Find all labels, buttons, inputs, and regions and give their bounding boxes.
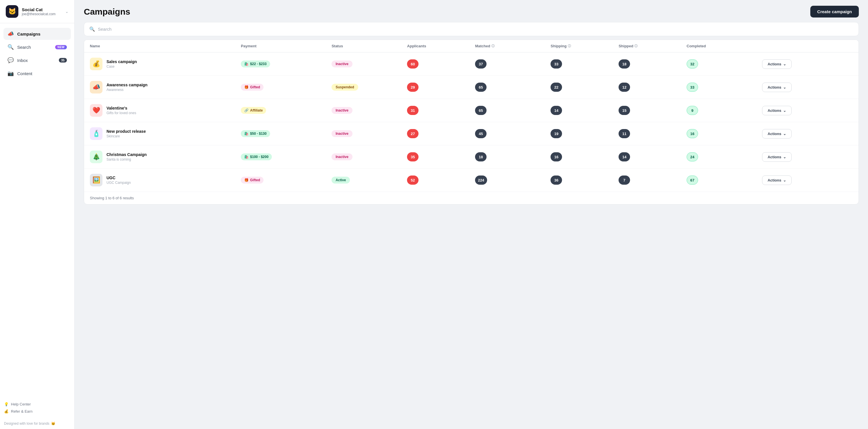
sidebar-item-label: Search [17, 45, 52, 50]
matched-count: 37 [475, 59, 487, 69]
applicants-count: 35 [407, 152, 418, 161]
completed-cell: 9 [687, 106, 762, 115]
new-badge: NEW [55, 45, 67, 49]
shipping-cell: 33 [551, 59, 619, 69]
search-input[interactable] [98, 27, 854, 32]
main-content: Campaigns Create campaign 🔍 Name Payment… [74, 0, 868, 429]
actions-button[interactable]: Actions ⌄ [762, 59, 792, 69]
actions-cell: Actions ⌄ [762, 152, 853, 162]
inbox-icon: 💬 [7, 57, 14, 63]
col-completed: Completed [687, 44, 762, 48]
completed-cell: 67 [687, 175, 762, 185]
actions-label: Actions [768, 178, 781, 183]
campaign-icon: 🎄 [90, 151, 102, 163]
search-icon: 🔍 [89, 26, 95, 32]
payment-badge: 🛍️ $100 - $200 [241, 154, 272, 160]
col-matched: Matched ⓘ [475, 44, 551, 48]
shipped-cell: 7 [619, 175, 687, 185]
help-center-link[interactable]: 💡 Help Center [4, 402, 70, 406]
shipped-cell: 15 [619, 106, 687, 115]
campaign-title: Sales campaign [106, 59, 137, 64]
actions-label: Actions [768, 108, 781, 113]
actions-cell: Actions ⌄ [762, 82, 853, 92]
chevron-down-icon[interactable]: ⌄ [65, 9, 69, 14]
payment-cell: 🎁 Gifted [241, 177, 332, 184]
logo-icon: 🐱 [8, 8, 16, 15]
table-header: Name Payment Status Applicants Matched ⓘ… [84, 40, 859, 53]
campaign-name-cell: ❤️ Valentine's Gifts for loved ones [90, 104, 241, 117]
applicants-cell: 31 [407, 106, 475, 115]
designed-footer: Designed with love for brands 🐱 [0, 418, 74, 429]
shipped-cell: 18 [619, 59, 687, 69]
sidebar-item-content[interactable]: 📷 Content [3, 67, 71, 79]
matched-count: 65 [475, 82, 487, 92]
table-row-inner: 💰 Sales campaign Case 🛍️ $22 - $233 Inac… [84, 53, 859, 75]
campaign-info: Sales campaign Case [106, 59, 137, 69]
shipped-info-icon[interactable]: ⓘ [634, 44, 638, 48]
status-cell: Inactive [332, 61, 407, 67]
payment-cell: 🔗 Affiliate [241, 107, 332, 114]
applicants-cell: 27 [407, 129, 475, 138]
actions-button[interactable]: Actions ⌄ [762, 106, 792, 115]
shipped-cell: 11 [619, 129, 687, 138]
actions-button[interactable]: Actions ⌄ [762, 152, 792, 162]
sidebar-item-inbox[interactable]: 💬 Inbox 35 [3, 54, 71, 66]
campaign-info: New product release Skincare [106, 129, 146, 138]
sidebar-item-search[interactable]: 🔍 Search NEW [3, 41, 71, 53]
sidebar-header[interactable]: 🐱 Social Cat joe@thesocialcat.com ⌄ [0, 0, 74, 23]
actions-button[interactable]: Actions ⌄ [762, 82, 792, 92]
completed-count: 24 [687, 152, 698, 161]
campaign-subtitle: Case [106, 65, 137, 69]
matched-cell: 37 [475, 59, 551, 69]
campaign-icon: 🖼️ [90, 174, 102, 187]
matched-count: 18 [475, 152, 487, 161]
actions-label: Actions [768, 62, 781, 66]
matched-count: 224 [475, 175, 487, 185]
actions-cell: Actions ⌄ [762, 59, 853, 69]
create-campaign-button[interactable]: Create campaign [810, 6, 859, 18]
payment-icon: 🛍️ [244, 62, 249, 66]
applicants-count: 27 [407, 129, 418, 138]
matched-cell: 224 [475, 175, 551, 185]
status-badge: Inactive [332, 154, 352, 160]
matched-count: 65 [475, 106, 487, 115]
campaign-subtitle: Gifts for loved ones [106, 111, 136, 115]
applicants-count: 29 [407, 82, 418, 92]
table-row: 💰 Sales campaign Case 🛍️ $22 - $233 Inac… [84, 53, 859, 76]
shipping-cell: 36 [551, 175, 619, 185]
applicants-count: 31 [407, 106, 418, 115]
shipping-info-icon[interactable]: ⓘ [568, 44, 571, 48]
campaign-icon: 💰 [90, 58, 102, 70]
shipped-cell: 14 [619, 152, 687, 161]
table-row-inner: ❤️ Valentine's Gifts for loved ones 🔗 Af… [84, 99, 859, 122]
app-name: Social Cat [22, 7, 62, 12]
actions-button[interactable]: Actions ⌄ [762, 129, 792, 138]
table-body: 💰 Sales campaign Case 🛍️ $22 - $233 Inac… [84, 53, 859, 192]
campaign-name-cell: 📣 Awareness campaign Awareness [90, 81, 241, 94]
completed-count: 33 [687, 82, 698, 92]
payment-cell: 🎁 Gifted [241, 84, 332, 91]
shipping-count: 19 [551, 129, 562, 138]
shipping-count: 22 [551, 82, 562, 92]
shipping-cell: 16 [551, 152, 619, 161]
table-row: 🧴 New product release Skincare 🛍️ $50 - … [84, 122, 859, 145]
matched-cell: 18 [475, 152, 551, 161]
actions-button[interactable]: Actions ⌄ [762, 175, 792, 185]
status-cell: Inactive [332, 130, 407, 137]
search-bar: 🔍 [84, 22, 859, 36]
sidebar-nav: 📣 Campaigns 🔍 Search NEW 💬 Inbox 35 📷 Co… [0, 23, 74, 215]
applicants-count: 60 [407, 59, 418, 69]
refer-earn-link[interactable]: 💰 Refer & Earn [4, 409, 70, 414]
completed-count: 67 [687, 175, 698, 185]
shipping-count: 16 [551, 152, 562, 161]
campaign-icon: ❤️ [90, 104, 102, 117]
matched-info-icon[interactable]: ⓘ [491, 44, 495, 48]
campaign-info: Awareness campaign Awareness [106, 82, 148, 92]
table-row-inner: 🎄 Christmas Campaign Santa is coming 🛍️ … [84, 145, 859, 168]
status-badge: Suspended [332, 84, 358, 91]
col-shipping: Shipping ⓘ [551, 44, 619, 48]
chevron-down-icon: ⌄ [783, 178, 786, 183]
payment-label: Gifted [250, 85, 260, 89]
col-actions [762, 44, 853, 48]
sidebar-item-campaigns[interactable]: 📣 Campaigns [3, 28, 71, 40]
